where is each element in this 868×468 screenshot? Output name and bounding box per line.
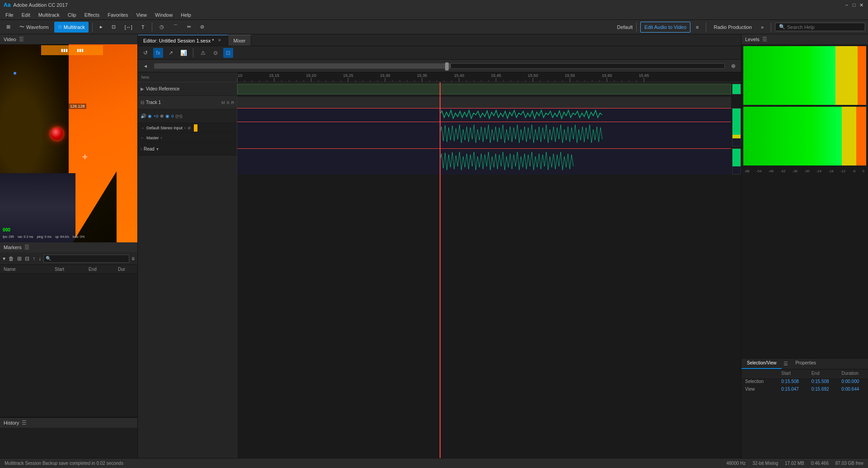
status-info: 48000 Hz 32-bit Mixing 17.02 MB 0:46.466… xyxy=(726,461,863,466)
sel-row-selection-duration[interactable]: 0:00.000 xyxy=(838,378,868,385)
history-panel-menu[interactable]: ☰ xyxy=(22,420,27,426)
scale-30: -30 xyxy=(804,169,810,173)
tab-mixer[interactable]: Mixer xyxy=(228,35,252,46)
tool-razor[interactable]: T xyxy=(138,22,148,33)
menu-multitrack[interactable]: Multitrack xyxy=(35,11,63,19)
mini-level-1 xyxy=(732,108,741,147)
close-button[interactable]: ✕ xyxy=(858,2,864,8)
btn-zoom-out[interactable]: ◂ xyxy=(141,61,150,71)
toolbar-separator-1 xyxy=(92,23,93,32)
track1-automation: › Read ▾ xyxy=(138,143,237,156)
multitrack-label: Multitrack xyxy=(64,24,85,30)
track1-vol-label: +0 xyxy=(154,114,158,118)
workspace-more[interactable]: » xyxy=(757,22,767,33)
track1-solo[interactable]: S xyxy=(226,100,229,105)
track1-mute[interactable]: M xyxy=(221,100,225,105)
menu-clip[interactable]: Clip xyxy=(64,11,80,19)
tab-editor-session[interactable]: Editor: Untitled Session 1.sesx * ✕ xyxy=(138,35,228,46)
selection-view-menu[interactable]: ☰ xyxy=(782,359,790,369)
markers-panel-title: Markers xyxy=(4,245,22,250)
menu-window[interactable]: Window xyxy=(151,11,176,19)
restore-button[interactable]: □ xyxy=(851,2,857,8)
tool-pencil[interactable]: ✏ xyxy=(183,22,195,33)
track1-expand-icon[interactable]: › xyxy=(141,147,142,151)
video-frame: ▮▮▮ ▮▮▮ 126.128 000 ✛ fps: 295 var: 0.2 … xyxy=(0,44,137,242)
delete-marker-button[interactable]: 🗑 xyxy=(8,255,15,263)
tool-zoom[interactable]: ◷ xyxy=(156,22,168,33)
tool-move[interactable]: ⊘ xyxy=(197,22,208,33)
markers-search-input[interactable] xyxy=(43,255,129,263)
sel-row-view-duration[interactable]: 0:00.644 xyxy=(838,385,868,393)
track1-pan-icon: ⊕ xyxy=(160,113,164,118)
search-help-input[interactable] xyxy=(787,24,855,30)
video-ref-clip[interactable] xyxy=(237,84,731,95)
tab-properties[interactable]: Properties xyxy=(790,359,821,369)
track1-vol-circle: ◉ xyxy=(148,113,152,118)
menu-help[interactable]: Help xyxy=(177,11,195,19)
tab-editor-close[interactable]: ✕ xyxy=(217,38,222,43)
scrubber-thumb[interactable] xyxy=(445,62,449,71)
vf-stats: fps: 295 var: 0.2 ms ping: 0 ms up: 64.0… xyxy=(3,235,135,238)
tool-select[interactable]: ▸ xyxy=(96,22,106,33)
sel-row-view-end[interactable]: 0:15.692 xyxy=(808,385,838,393)
marker-down-button[interactable]: ↓ xyxy=(38,255,42,263)
scrubber[interactable] xyxy=(154,63,725,69)
btn-graph[interactable]: 📊 xyxy=(178,48,188,58)
edit-audio-video-button[interactable]: Edit Audio to Video xyxy=(640,22,690,33)
btn-fx[interactable]: fx xyxy=(153,48,163,58)
minimize-button[interactable]: − xyxy=(844,2,850,8)
markers-options[interactable]: ≡ xyxy=(131,255,136,263)
read-dropdown-icon[interactable]: ▾ xyxy=(156,147,159,151)
radio-production-button[interactable]: Radio Production xyxy=(710,22,755,33)
grid-button[interactable]: ⊞ xyxy=(3,22,14,33)
history-panel: History ☰ xyxy=(0,417,137,458)
waveform-tab[interactable]: 〜 Waveform xyxy=(16,22,52,33)
levels-panel-header: Levels ☰ xyxy=(741,34,868,44)
svg-text:15.60: 15.60 xyxy=(602,73,612,78)
btn-warn[interactable]: ⚠ xyxy=(198,48,208,58)
col-end: End xyxy=(89,267,109,272)
levels-panel-menu[interactable]: ☰ xyxy=(762,36,767,43)
add-marker-button[interactable]: ▾ xyxy=(2,252,6,265)
app-title: Adobe Audition CC 2017 xyxy=(13,2,67,8)
track1-record[interactable]: R xyxy=(231,100,235,105)
btn-ext[interactable]: ⊙ xyxy=(211,48,221,58)
track1-fx-btn[interactable]: ((•)) xyxy=(175,114,182,118)
marker-up-button[interactable]: ↑ xyxy=(32,255,36,263)
merge-markers-button[interactable]: ⊞ xyxy=(16,255,23,263)
track1-name: Track 1 xyxy=(146,100,161,105)
svg-text:15.45: 15.45 xyxy=(491,73,501,78)
sel-row-view-start[interactable]: 0:15.047 xyxy=(778,385,808,393)
tab-selection-view[interactable]: Selection/View xyxy=(741,359,782,369)
sel-row-selection-end[interactable]: 0:15.508 xyxy=(808,378,838,385)
marker-menu-button[interactable]: ⊟ xyxy=(24,255,30,263)
tool-fade[interactable]: ⌒ xyxy=(169,22,182,33)
right-panel: Levels ☰ dB -54 xyxy=(741,34,868,458)
video-panel-menu[interactable]: ☰ xyxy=(19,36,24,43)
track1-input-label: Default Stereo Input xyxy=(146,126,183,130)
edit-audio-video-settings[interactable]: ≡ xyxy=(692,22,702,33)
audio-clip-gray[interactable] xyxy=(237,97,731,108)
playhead xyxy=(440,82,441,458)
status-message: Multitrack Session Backup save completed… xyxy=(5,461,717,466)
btn-snap[interactable]: ⊡ xyxy=(223,48,233,58)
tool-time-select[interactable]: [↔] xyxy=(121,22,136,33)
vf-dark-area xyxy=(0,44,69,193)
track1-input-expand[interactable]: › xyxy=(184,126,186,130)
btn-zoom-in[interactable]: ⊕ xyxy=(728,61,738,71)
tool-trim[interactable]: ⊡ xyxy=(108,22,119,33)
menu-effects[interactable]: Effects xyxy=(81,11,103,19)
menu-edit[interactable]: Edit xyxy=(18,11,34,19)
window-controls[interactable]: − □ ✕ xyxy=(844,2,864,8)
btn-clip-gain[interactable]: ↗ xyxy=(166,48,176,58)
btn-loop[interactable]: ↺ xyxy=(141,48,150,58)
menu-favorites[interactable]: Favorites xyxy=(104,11,131,19)
multitrack-tab[interactable]: ⊞ Multitrack xyxy=(54,22,89,33)
menu-view[interactable]: View xyxy=(132,11,150,19)
track1-output-expand[interactable]: › xyxy=(161,136,162,140)
svg-text:15.55: 15.55 xyxy=(565,73,575,78)
markers-panel-menu[interactable]: ☰ xyxy=(24,244,29,251)
levels-panel-title: Levels xyxy=(745,37,760,42)
sel-row-selection-start[interactable]: 0:15.508 xyxy=(778,378,808,385)
menu-file[interactable]: File xyxy=(2,11,17,19)
